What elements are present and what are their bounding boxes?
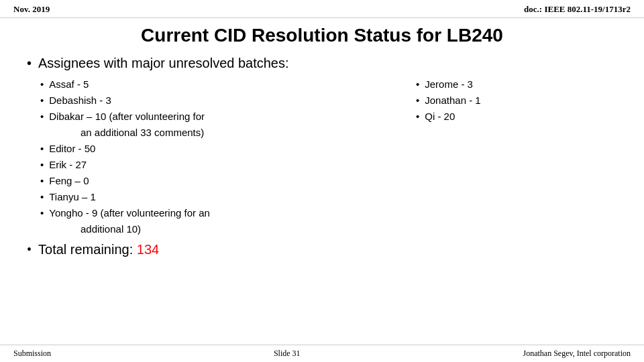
footer-slide: Slide 31 bbox=[274, 349, 301, 359]
sub-bullets-right: • Jerome - 3 • Jonathan - 1 • Qi - 20 bbox=[416, 77, 617, 238]
list-item: • Assaf - 5 bbox=[40, 77, 416, 91]
header-date: Nov. 2019 bbox=[13, 4, 50, 15]
list-item: • Yongho - 9 (after volunteering for an bbox=[40, 206, 416, 220]
list-item: • Qi - 20 bbox=[416, 109, 617, 123]
main-bullet-text: Assignees with major unresolved batches: bbox=[38, 54, 289, 72]
sub-bullets-container: • Assaf - 5 • Debashish - 3 • Dibakar – … bbox=[27, 77, 617, 238]
total-label: Total remaining: bbox=[38, 242, 137, 257]
list-item: • Dibakar – 10 (after volunteering for bbox=[40, 109, 416, 123]
list-item: • Feng – 0 bbox=[40, 174, 416, 188]
list-item: • Erik - 27 bbox=[40, 158, 416, 172]
list-item: • Jerome - 3 bbox=[416, 77, 617, 91]
indented-text: additional 10) bbox=[40, 222, 416, 236]
header: Nov. 2019 doc.: IEEE 802.11-19/1713r2 bbox=[0, 0, 644, 18]
list-item: • Jonathan - 1 bbox=[416, 93, 617, 107]
title-section: Current CID Resolution Status for LB240 bbox=[0, 18, 644, 52]
footer: Submission Slide 31 Jonathan Segev, Inte… bbox=[0, 345, 644, 362]
header-doc: doc.: IEEE 802.11-19/1713r2 bbox=[524, 4, 631, 15]
main-bullet-assignees: • Assignees with major unresolved batche… bbox=[27, 54, 617, 72]
slide-title: Current CID Resolution Status for LB240 bbox=[13, 25, 631, 46]
bullet-dot: • bbox=[27, 54, 32, 72]
footer-author: Jonathan Segev, Intel corporation bbox=[523, 349, 631, 359]
list-item: • Editor - 50 bbox=[40, 141, 416, 156]
list-item: • Tianyu – 1 bbox=[40, 190, 416, 204]
total-remaining: • Total remaining: 134 bbox=[27, 242, 617, 257]
slide: Nov. 2019 doc.: IEEE 802.11-19/1713r2 Cu… bbox=[0, 0, 644, 362]
total-number: 134 bbox=[137, 242, 159, 257]
footer-submission: Submission bbox=[13, 349, 51, 359]
sub-bullets-left: • Assaf - 5 • Debashish - 3 • Dibakar – … bbox=[40, 77, 416, 238]
indented-text: an additional 33 comments) bbox=[40, 125, 416, 139]
main-content: • Assignees with major unresolved batche… bbox=[0, 52, 644, 257]
list-item: • Debashish - 3 bbox=[40, 93, 416, 107]
